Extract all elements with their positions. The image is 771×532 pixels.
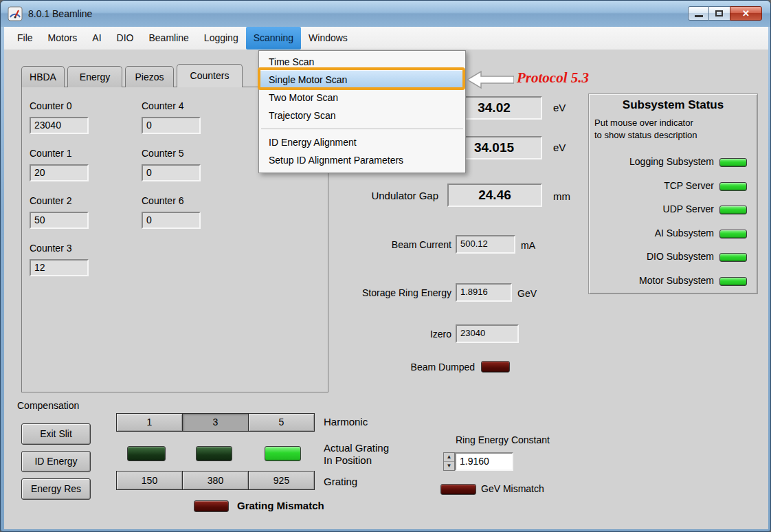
gev-mismatch-label: GeV Mismatch <box>481 483 544 494</box>
tab-piezos[interactable]: Piezos <box>125 66 174 87</box>
subsystem-status-hint-1: Put mouse over indicator <box>594 118 693 128</box>
increment-icon[interactable]: ▲ <box>444 453 454 462</box>
counter-0-label: Counter 0 <box>30 100 71 111</box>
energy-readout-1-unit: eV <box>553 102 566 113</box>
status-tcp-led <box>719 182 747 191</box>
counter-1-value: 20 <box>30 164 89 181</box>
beam-current-unit: mA <box>521 240 535 251</box>
beam-current-label: Beam Current <box>380 239 451 250</box>
menu-separator <box>261 129 463 129</box>
izero-value: 23040 <box>456 324 519 343</box>
counter-4-label: Counter 4 <box>142 100 183 111</box>
beam-dumped-led <box>481 361 510 373</box>
menu-item-setup-id-alignment[interactable]: Setup ID Alignment Parameters <box>260 151 465 169</box>
annotation-protocol-label: Protocol 5.3 <box>517 69 589 87</box>
harmonic-option-5[interactable]: 5 <box>249 414 314 431</box>
menu-item-id-energy-alignment[interactable]: ID Energy Alignment <box>260 133 465 151</box>
caption-buttons: ✕ <box>688 6 762 21</box>
menu-file[interactable]: File <box>10 27 41 49</box>
menu-windows[interactable]: Windows <box>301 27 355 49</box>
beam-current-value: 500.12 <box>456 235 515 254</box>
gev-mismatch-led <box>440 484 476 495</box>
harmonic-option-3[interactable]: 3 <box>183 414 249 431</box>
grating-380-led <box>196 446 232 461</box>
energy-res-button[interactable]: Energy Res <box>21 478 91 500</box>
izero-label: Izero <box>427 329 451 340</box>
maximize-button[interactable] <box>709 6 730 21</box>
undulator-gap-unit: mm <box>553 190 570 202</box>
counter-1-label: Counter 1 <box>30 148 71 159</box>
status-logging-led <box>719 158 747 167</box>
grating-selector: 150 380 925 <box>116 471 315 490</box>
menu-motors[interactable]: Motors <box>41 27 85 49</box>
counter-2-value: 50 <box>30 212 89 229</box>
tab-counters[interactable]: Counters <box>177 64 243 87</box>
annotation-arrow-icon <box>466 70 514 92</box>
subsystem-status-hint-2: to show status description <box>594 130 697 140</box>
counter-3-value: 12 <box>30 259 89 276</box>
grating-label: Grating <box>324 476 357 487</box>
grating-925-led <box>265 446 301 461</box>
window-title: 8.0.1 Beamline <box>28 8 92 19</box>
status-tcp-label: TCP Server <box>587 180 714 191</box>
harmonic-option-1[interactable]: 1 <box>117 414 183 431</box>
counter-2-label: Counter 2 <box>30 195 71 206</box>
status-udp-label: UDP Server <box>587 203 714 214</box>
minimize-button[interactable] <box>688 6 709 21</box>
grating-mismatch-led <box>194 500 229 512</box>
status-dio-led <box>719 253 747 262</box>
app-icon <box>8 6 23 21</box>
status-dio-label: DIO Subsystem <box>587 251 714 262</box>
grating-150-led <box>127 446 166 461</box>
actual-grating-label-line1: Actual Grating <box>324 442 389 454</box>
status-motor-led <box>719 277 747 286</box>
menu-ai[interactable]: AI <box>85 27 109 49</box>
menu-logging[interactable]: Logging <box>197 27 246 49</box>
status-ai-label: AI Subsystem <box>587 228 714 239</box>
storage-ring-energy-value: 1.8916 <box>456 283 512 302</box>
actual-grating-label-line2: In Position <box>324 454 372 466</box>
harmonic-label: Harmonic <box>324 416 368 428</box>
maximize-icon <box>715 10 723 16</box>
undulator-gap-value: 24.46 <box>447 184 542 207</box>
energy-readout-2-unit: eV <box>553 142 566 153</box>
ring-energy-constant-label: Ring Energy Constant <box>456 434 550 445</box>
grating-mismatch-label: Grating Mismatch <box>237 500 324 511</box>
close-button[interactable]: ✕ <box>730 6 762 21</box>
counter-3-label: Counter 3 <box>30 243 71 254</box>
undulator-gap-label: Undulator Gap <box>348 190 438 201</box>
ring-energy-constant-input[interactable]: 1.9160 <box>455 452 513 471</box>
counter-0-value: 23040 <box>30 117 89 134</box>
titlebar: 8.0.1 Beamline ✕ <box>1 1 771 27</box>
status-motor-label: Motor Subsystem <box>587 275 714 286</box>
menu-item-two-motor-scan[interactable]: Two Motor Scan <box>260 89 465 107</box>
decrement-icon[interactable]: ▼ <box>444 462 454 470</box>
grating-option-925[interactable]: 925 <box>249 472 314 489</box>
annotation-highlight-box <box>258 67 465 90</box>
status-logging-label: Logging Subsystem <box>587 156 714 167</box>
app-window: 8.0.1 Beamline ✕ File Motors AI DIO Beam… <box>0 0 771 532</box>
menu-beamline[interactable]: Beamline <box>141 27 196 49</box>
grating-option-380[interactable]: 380 <box>183 472 249 489</box>
menu-item-trajectory-scan[interactable]: Trajectory Scan <box>260 107 465 124</box>
menu-dio[interactable]: DIO <box>109 27 142 49</box>
tab-energy[interactable]: Energy <box>67 66 122 87</box>
beam-dumped-label: Beam Dumped <box>387 362 475 373</box>
exit-slit-button[interactable]: Exit Slit <box>21 423 91 445</box>
counter-6-label: Counter 6 <box>142 195 183 206</box>
menu-bar: File Motors AI DIO Beamline Logging Scan… <box>4 27 768 50</box>
grating-option-150[interactable]: 150 <box>117 472 183 489</box>
tab-hbda[interactable]: HBDA <box>21 66 65 87</box>
counter-4-value: 0 <box>142 117 201 134</box>
storage-ring-energy-unit: GeV <box>517 288 537 299</box>
subsystem-status-title: Subsystem Status <box>588 98 758 112</box>
counter-5-value: 0 <box>142 164 201 181</box>
close-icon: ✕ <box>742 8 750 19</box>
id-energy-button[interactable]: ID Energy <box>21 451 91 472</box>
compensation-label: Compensation <box>17 400 79 411</box>
ring-energy-constant-stepper[interactable]: ▲ ▼ <box>443 452 455 471</box>
status-udp-led <box>719 206 747 214</box>
menu-scanning[interactable]: Scanning <box>246 27 301 49</box>
harmonic-selector: 1 3 5 <box>116 413 315 432</box>
status-ai-led <box>719 230 747 239</box>
